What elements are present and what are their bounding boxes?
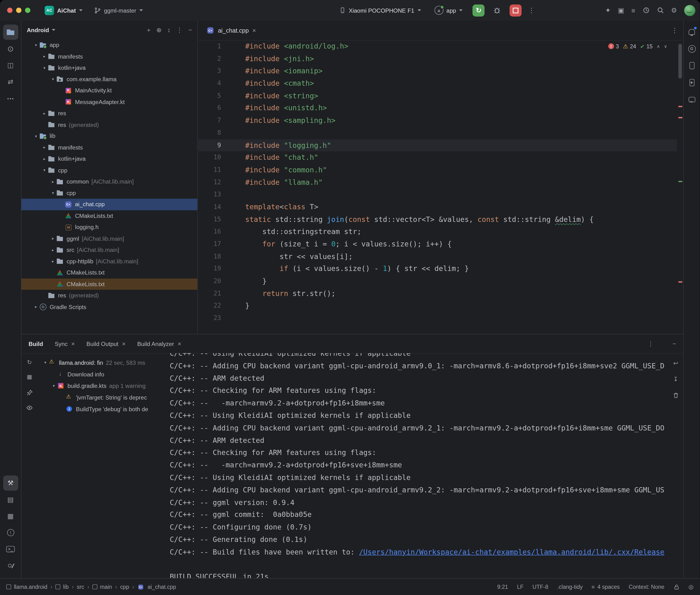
tool-button-logcat[interactable] — [3, 492, 18, 507]
code-line-5[interactable]: 5#include <string> — [198, 89, 677, 102]
code-line-9[interactable]: 9#include "logging.h" — [198, 139, 677, 151]
tool-button-more-tools[interactable] — [3, 91, 18, 106]
code-line-19[interactable]: 19 if (i < values.size() - 1) { str << d… — [198, 263, 677, 275]
tool-button-running-devices[interactable] — [684, 76, 699, 90]
status-item-utf-8[interactable]: UTF-8 — [533, 584, 548, 590]
tool-button-device-manager[interactable] — [684, 59, 699, 73]
tree-item-manifests[interactable]: ▸manifests — [22, 142, 197, 153]
tool-button-structure[interactable] — [3, 58, 18, 73]
tree-item-manifests[interactable]: ▸manifests — [22, 51, 197, 62]
tree-item-app[interactable]: ▾app — [22, 39, 197, 51]
code-line-8[interactable]: 8 — [198, 127, 677, 139]
code-line-18[interactable]: 18 str << values[i]; — [198, 250, 677, 263]
ai-assistant-button[interactable]: ✦ — [605, 6, 611, 14]
tree-item-cmakelists-txt[interactable]: CMakeLists.txt — [22, 210, 197, 221]
tree-item-jvmtarget-string-is-deprec[interactable]: 'jvmTarget: String' is deprec — [38, 391, 170, 403]
inspection-widget[interactable]: !3 ⚠24 ✔15 ∧ ∨ — [606, 42, 670, 51]
tool-button-project[interactable] — [3, 25, 18, 40]
search-everywhere-button[interactable] — [657, 7, 664, 14]
status-item-9-21[interactable]: 9:21 — [497, 584, 508, 590]
tool-button-notifications[interactable] — [684, 25, 699, 39]
status-item-4-spaces[interactable]: ≡4 spaces — [592, 584, 620, 590]
close-tab-icon[interactable]: × — [178, 340, 181, 347]
tree-item-buildtype-debug-is-both-de[interactable]: BuildType 'debug' is both de — [38, 403, 170, 415]
tree-item-lib[interactable]: ▾lib — [22, 131, 197, 142]
hide-panel-icon[interactable]: − — [188, 26, 192, 34]
console-file-link[interactable]: /Users/hanyin/Workspace/ai-chat/examples… — [359, 548, 664, 556]
tree-item-com-example-llama[interactable]: ▾com.example.llama — [22, 73, 197, 85]
fullscreen-window-button[interactable] — [25, 8, 30, 13]
breadcrumb-lib[interactable]: lib — [56, 584, 68, 590]
code-line-20[interactable]: 20 } — [198, 275, 677, 287]
tree-item-res[interactable]: ▸res — [22, 108, 197, 119]
project-selector[interactable]: AC AiChat — [41, 4, 86, 17]
code-line-21[interactable]: 21 return str.str(); — [198, 287, 677, 300]
code-line-3[interactable]: 3#include <iomanip> — [198, 65, 677, 77]
device-mirroring-button[interactable]: ▣ — [618, 6, 624, 14]
tab-sync[interactable]: Sync× — [55, 340, 75, 347]
tree-item-cpp[interactable]: ▾cpp — [22, 165, 197, 176]
tool-button-app-quality-insights[interactable] — [684, 92, 699, 107]
code-line-7[interactable]: 7#include <sampling.h> — [198, 114, 677, 127]
tool-button-pull-requests[interactable] — [3, 74, 18, 89]
breadcrumb-ai-chat-cpp[interactable]: ai_chat.cpp — [137, 583, 176, 591]
build-options-icon[interactable]: ⋮ — [647, 340, 653, 347]
tree-item-kotlin-java[interactable]: ▾kotlin+java — [22, 62, 197, 74]
profiler-button[interactable] — [642, 7, 649, 14]
clear-console-icon[interactable] — [670, 390, 681, 400]
tree-item-cpp[interactable]: ▾cpp — [22, 188, 197, 199]
editor-scrollbar-thumb[interactable] — [678, 44, 682, 79]
tool-button-terminal[interactable] — [3, 541, 18, 557]
device-selector[interactable]: Xiaomi POCOPHONE F1 — [336, 5, 424, 16]
minimize-window-button[interactable] — [16, 8, 22, 13]
breadcrumb-main[interactable]: main — [92, 584, 112, 590]
code-line-10[interactable]: 10#include "chat.h" — [198, 151, 677, 164]
soft-wrap-icon[interactable]: ↩ — [670, 358, 681, 368]
locate-file-icon[interactable]: ⊕ — [156, 26, 162, 34]
tool-button-device-explorer[interactable] — [3, 509, 18, 524]
tree-item-common[interactable]: ▸common[AiChat.lib.main] — [22, 176, 197, 188]
vcs-branch-selector[interactable]: ggml-master — [90, 5, 146, 16]
tree-item-mainactivity-kt[interactable]: MainActivity.kt — [22, 85, 197, 96]
tree-item-logging-h[interactable]: logging.h — [22, 221, 197, 233]
build-menu-button[interactable]: ≡ — [632, 6, 635, 14]
tree-item-gradle-scripts[interactable]: ▸Gradle Scripts — [22, 301, 197, 313]
tool-button-version-control[interactable] — [3, 558, 18, 573]
tree-item-ggml[interactable]: ▸ggml[AiChat.lib.main] — [22, 233, 197, 244]
code-line-16[interactable]: 16 std::ostringstream str; — [198, 225, 677, 238]
debug-button[interactable] — [491, 4, 504, 17]
tree-item-src[interactable]: ▸src[AiChat.lib.main] — [22, 244, 197, 256]
user-avatar[interactable] — [684, 5, 696, 16]
breadcrumb-src[interactable]: src — [77, 584, 84, 590]
status-item-clang-tidy[interactable]: .clang-tidy — [557, 584, 583, 590]
run-button[interactable]: ↻ — [473, 4, 485, 17]
tree-item-ai-chat-cpp[interactable]: ai_chat.cpp — [22, 199, 197, 210]
expand-all-icon[interactable]: ↕ — [167, 26, 171, 34]
code-line-2[interactable]: 2#include <jni.h> — [198, 53, 677, 65]
tab-build-analyzer[interactable]: Build Analyzer× — [137, 340, 181, 347]
error-mark[interactable] — [678, 117, 682, 118]
tree-item-build-gradle-kts[interactable]: ▾build.gradle.ktsapp 1 warning — [38, 380, 170, 392]
code-line-17[interactable]: 17 for (size_t i = 0; i < values.size();… — [198, 238, 677, 250]
error-mark[interactable] — [678, 106, 682, 107]
close-tab-icon[interactable]: × — [252, 27, 256, 34]
code-line-1[interactable]: 1#include <android/log.h> — [198, 40, 677, 53]
tree-item-cmakelists-txt[interactable]: CMakeLists.txt — [22, 278, 197, 290]
build-window-title[interactable]: Build — [29, 340, 43, 347]
status-item-lf[interactable]: LF — [517, 584, 524, 590]
lock-icon[interactable] — [673, 584, 679, 590]
tree-item-cpp-httplib[interactable]: ▸cpp-httplib[AiChat.lib.main] — [22, 255, 197, 267]
filter-eye-icon[interactable] — [24, 402, 35, 413]
close-tab-icon[interactable]: × — [122, 340, 125, 347]
error-mark[interactable] — [678, 281, 682, 283]
code-line-13[interactable]: 13 — [198, 189, 677, 201]
tree-item-kotlin-java[interactable]: ▸kotlin+java — [22, 153, 197, 165]
settings-gear-icon[interactable]: ⚙ — [671, 6, 677, 14]
code-line-4[interactable]: 4#include <cmath> — [198, 77, 677, 89]
close-window-button[interactable] — [7, 8, 12, 13]
tree-item-download-info[interactable]: Download info — [38, 368, 170, 380]
rerun-build-icon[interactable]: ↻ — [24, 357, 35, 367]
breadcrumb-llama-android[interactable]: llama.android — [6, 584, 47, 590]
close-tab-icon[interactable]: × — [71, 340, 75, 347]
change-mark[interactable] — [678, 181, 682, 182]
